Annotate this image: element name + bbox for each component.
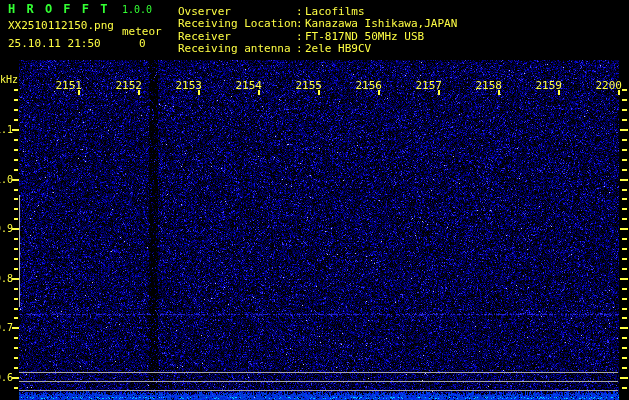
freq-axis-label: 0.9 [0, 223, 13, 234]
time-axis-label: 2157 [416, 79, 443, 92]
freq-axis-label: 0.8 [0, 273, 13, 284]
time-axis-label: 2155 [296, 79, 323, 92]
time-axis-label: 2152 [116, 79, 143, 92]
time-axis-label: 2159 [536, 79, 563, 92]
freq-axis-label: 1.0 [0, 174, 13, 185]
time-axis-label: 2151 [56, 79, 83, 92]
time-axis-label: 2156 [356, 79, 383, 92]
freq-axis-label: 0.6 [0, 372, 13, 383]
time-axis-label: 2200 [596, 79, 623, 92]
time-axis-label: 2154 [236, 79, 263, 92]
freq-unit-label: kHz [0, 74, 18, 85]
freq-axis-label: 1.1 [0, 124, 13, 135]
hrofft-screen: H R O F F T 1.0.0 XX2510112150.png meteo… [0, 0, 629, 400]
time-axis-label: 2153 [176, 79, 203, 92]
freq-axis-label: 0.7 [0, 322, 13, 333]
axis-labels: kHz 215121522153215421552156215721582159… [0, 0, 629, 400]
time-axis-label: 2158 [476, 79, 503, 92]
